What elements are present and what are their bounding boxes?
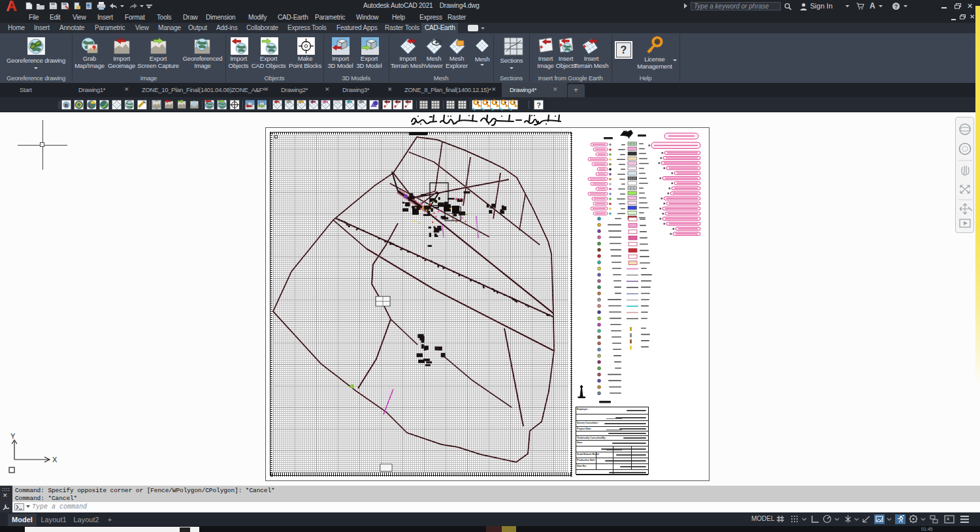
- svg-text:?: ?: [894, 3, 898, 10]
- svg-text:?: ?: [536, 101, 541, 109]
- svg-text:X: X: [52, 456, 57, 463]
- svg-text:B: B: [65, 102, 69, 108]
- svg-text:?: ?: [621, 44, 627, 55]
- svg-text:Y: Y: [10, 433, 16, 440]
